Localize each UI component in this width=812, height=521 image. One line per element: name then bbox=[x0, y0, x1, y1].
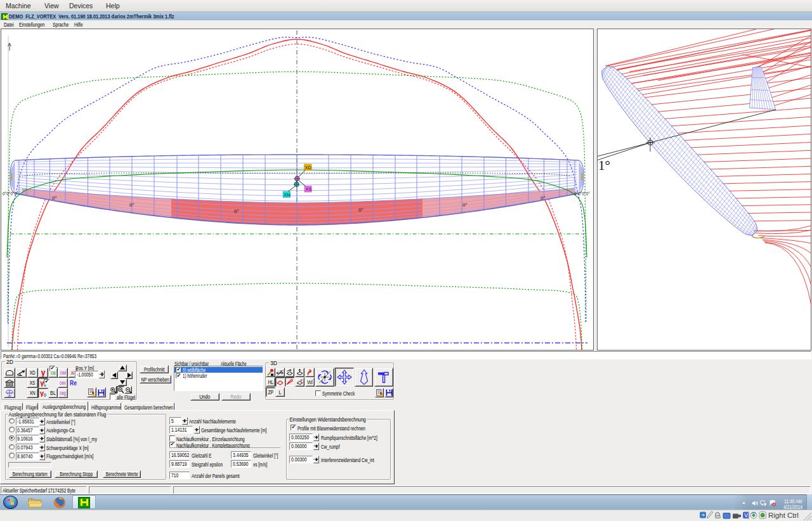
svg-text:XD: XD bbox=[305, 165, 312, 170]
svg-text:0°0°0°0°: 0°0°0°0° bbox=[3, 191, 18, 196]
svg-text:0°: 0° bbox=[462, 202, 468, 208]
svg-text:1°: 1° bbox=[598, 158, 610, 173]
svg-text:V: V bbox=[744, 512, 748, 518]
svg-text:0°: 0° bbox=[129, 202, 134, 208]
svg-text:0°: 0° bbox=[52, 195, 57, 201]
svg-text:0°: 0° bbox=[540, 195, 546, 201]
svg-text:0°: 0° bbox=[234, 209, 239, 214]
svg-text:0°: 0° bbox=[358, 207, 363, 213]
svg-text:XN: XN bbox=[284, 192, 290, 198]
svg-text:XS: XS bbox=[305, 186, 311, 192]
svg-text:α: α bbox=[280, 369, 282, 373]
svg-text:0°0°0°0°: 0°0°0°0° bbox=[574, 191, 590, 196]
